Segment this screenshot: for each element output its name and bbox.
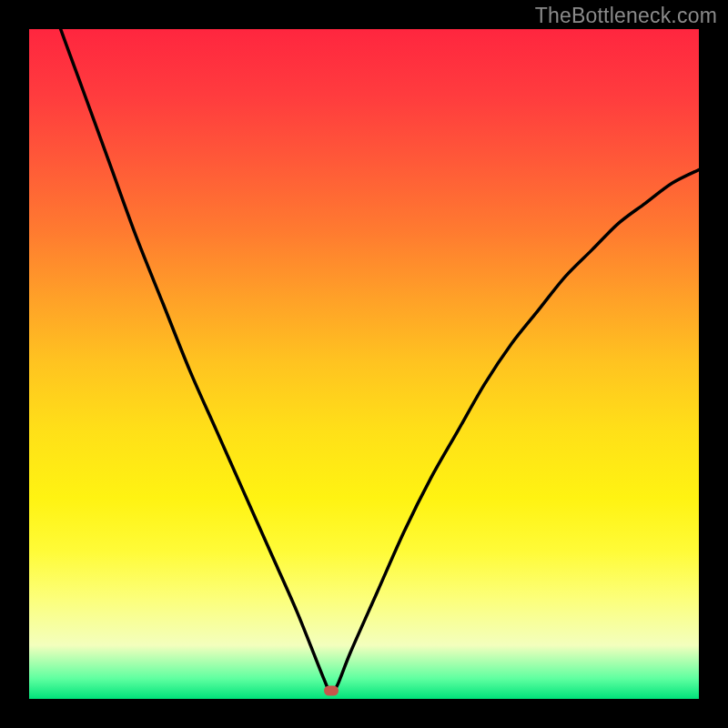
bottleneck-curve [29,29,699,699]
plot-area [29,29,699,699]
watermark-label: TheBottleneck.com [535,4,717,28]
chart-frame: TheBottleneck.com [0,0,728,728]
minimum-marker-icon [324,686,339,696]
